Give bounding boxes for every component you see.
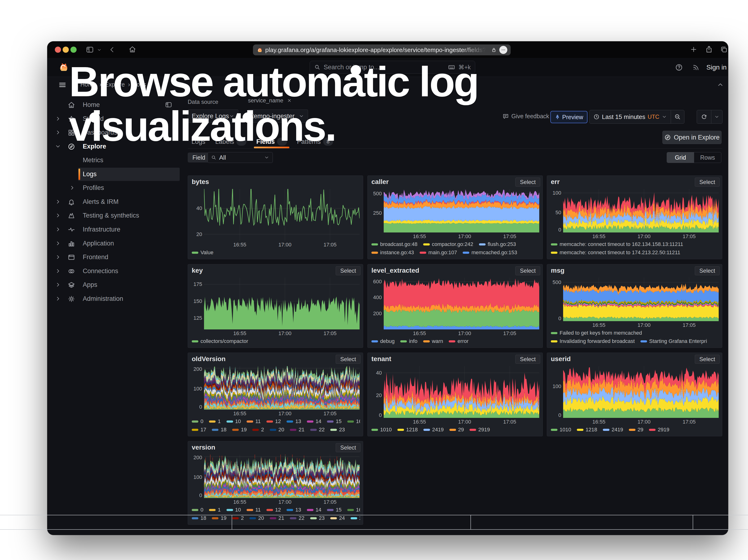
chevron-right-icon[interactable] [55, 282, 61, 288]
legend-item[interactable]: 13 [286, 418, 301, 424]
chart-area[interactable]: 5000 [551, 278, 719, 321]
legend-item[interactable]: broadcast.go:48 [371, 241, 418, 247]
legend-item[interactable]: 10 [227, 418, 241, 424]
legend-item[interactable]: 23 [330, 427, 345, 433]
home-icon[interactable] [128, 46, 136, 53]
legend-item[interactable]: 11 [247, 418, 261, 424]
chevron-right-icon[interactable] [55, 240, 61, 247]
legend-item[interactable]: 22 [290, 515, 304, 521]
legend-item[interactable]: memcached.go:153 [463, 250, 517, 256]
legend-item[interactable]: 1010 [371, 427, 392, 433]
collapse-icon[interactable] [717, 81, 724, 88]
help-icon[interactable] [675, 64, 683, 71]
sidebar-item-apps[interactable]: Apps [47, 278, 181, 291]
close-button[interactable] [55, 47, 61, 53]
chevron-right-icon[interactable] [55, 296, 61, 302]
news-icon[interactable] [692, 64, 700, 71]
select-button[interactable]: Select [336, 443, 360, 452]
mega-menu-icon[interactable] [58, 80, 67, 89]
time-picker[interactable]: Last 15 minutes UTC [589, 110, 684, 124]
select-button[interactable]: Select [515, 355, 540, 364]
legend-item[interactable]: 20 [270, 427, 284, 433]
legend-item[interactable]: compactor.go:242 [423, 241, 473, 247]
legend-item[interactable]: main.go:107 [420, 250, 457, 256]
chevron-down-icon[interactable] [97, 48, 102, 52]
address-bar[interactable]: play.grafana.org/a/grafana-lokiexplore-a… [253, 44, 511, 55]
minimize-button[interactable] [63, 47, 69, 53]
legend-item[interactable]: 15 [327, 507, 342, 513]
field-filter-select[interactable]: All [208, 152, 273, 163]
legend-item[interactable]: 14 [307, 507, 321, 513]
give-feedback-button[interactable]: Give feedback [502, 113, 549, 120]
legend-item[interactable]: 0 [192, 418, 203, 424]
select-button[interactable]: Select [515, 178, 540, 187]
chevron-right-icon[interactable] [55, 199, 61, 205]
legend-item[interactable]: 21 [290, 427, 304, 433]
legend-item[interactable]: 1 [209, 418, 220, 424]
chevron-right-icon[interactable] [55, 212, 61, 218]
refresh-picker[interactable] [697, 110, 722, 124]
chart-area[interactable]: 1000 [551, 366, 719, 418]
open-in-explore-button[interactable]: Open in Explore [662, 131, 722, 144]
legend-item[interactable]: Failed to get keys from memcached [551, 330, 642, 336]
share-icon[interactable] [705, 45, 713, 53]
grid-toggle[interactable]: Grid [667, 152, 694, 163]
legend-item[interactable]: 13 [286, 507, 301, 513]
legend-item[interactable]: Invalidating forwarded broadcast [551, 338, 635, 344]
sidebar-item-connections[interactable]: Connections [47, 265, 181, 278]
legend-item[interactable]: Value [192, 250, 213, 256]
sidebar-item-metrics[interactable]: Metrics [47, 154, 181, 167]
legend-item[interactable]: 23 [310, 515, 325, 521]
sidebar-item-profiles[interactable]: Profiles [47, 181, 181, 195]
legend-item[interactable]: 2419 [603, 427, 623, 433]
legend-item[interactable]: 29 [449, 427, 464, 433]
chevron-right-icon[interactable] [55, 226, 61, 232]
refresh-interval-button[interactable] [711, 110, 722, 123]
legend-item[interactable]: memcache: connect timeout to 174.213.22.… [551, 250, 680, 256]
legend-item[interactable]: Starting Grafana Enterpri [640, 338, 707, 344]
chevron-right-icon[interactable] [55, 254, 61, 260]
legend-item[interactable]: 21 [270, 515, 284, 521]
tab-overview-icon[interactable] [720, 46, 728, 53]
chart-area[interactable]: 600400200 [371, 278, 539, 329]
legend-item[interactable]: 15 [327, 418, 342, 424]
select-button[interactable]: Select [336, 355, 360, 364]
select-button[interactable]: Select [695, 266, 720, 275]
refresh-button[interactable] [697, 110, 711, 123]
sidebar-item-infrastructure[interactable]: Infrastructure [47, 223, 181, 236]
sidebar-item-application[interactable]: Application [47, 237, 181, 250]
rows-toggle[interactable]: Rows [694, 152, 721, 163]
legend-item[interactable]: 12 [266, 507, 281, 513]
legend-item[interactable]: 19 [212, 515, 226, 521]
chevron-right-icon[interactable] [55, 268, 61, 274]
legend-item[interactable]: 2919 [649, 427, 669, 433]
legend-item[interactable]: 29 [629, 427, 643, 433]
sign-in-button[interactable]: Sign in [706, 64, 727, 71]
legend-item[interactable]: warn [423, 338, 443, 344]
sidebar-toggle-icon[interactable] [86, 46, 94, 54]
legend-item[interactable]: 1218 [397, 427, 418, 433]
preview-badge[interactable]: Preview [551, 111, 587, 123]
sidebar-item-testing-synthetics[interactable]: Testing & synthetics [47, 209, 181, 222]
select-button[interactable]: Select [695, 355, 720, 364]
chevron-right-icon[interactable] [55, 116, 61, 122]
legend-item[interactable]: 18 [192, 515, 206, 521]
legend-item[interactable]: collectors/compactor [192, 338, 248, 344]
chart-area[interactable]: 500250 [371, 189, 539, 232]
legend-item[interactable]: 16 [347, 418, 360, 424]
sidebar-item-alerts-irm[interactable]: Alerts & IRM [47, 195, 181, 209]
legend-item[interactable]: 19 [232, 427, 247, 433]
legend-item[interactable]: 1 [209, 507, 220, 513]
legend-item[interactable]: instance.go:43 [371, 250, 414, 256]
legend-item[interactable]: 17 [192, 427, 206, 433]
chevron-right-icon[interactable] [69, 185, 75, 191]
legend-item[interactable]: 1218 [577, 427, 597, 433]
chart-area[interactable]: 2001000 [192, 454, 359, 498]
legend-item[interactable]: 22 [310, 427, 325, 433]
chart-area[interactable]: 2001000 [192, 366, 359, 410]
legend-item[interactable]: 2 [232, 515, 244, 521]
legend-item[interactable]: 12 [266, 418, 281, 424]
legend-item[interactable]: info [400, 338, 417, 344]
legend-item[interactable]: 1010 [551, 427, 571, 433]
legend-item[interactable]: error [449, 338, 468, 344]
